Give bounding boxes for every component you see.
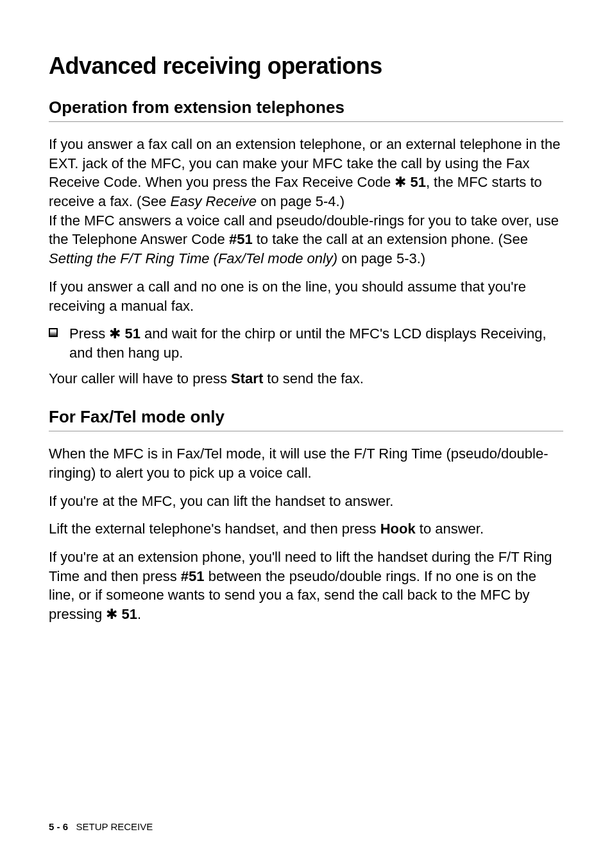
- para1-text-c: on page 5-4.): [257, 193, 344, 209]
- section1-para3: If you answer a call and no one is on th…: [49, 277, 563, 315]
- footer-label: SETUP RECEIVE: [76, 821, 153, 832]
- para4-bold: Start: [231, 370, 263, 386]
- section1-para2: If the MFC answers a voice call and pseu…: [49, 211, 563, 268]
- footer-page-number: 5 - 6: [49, 821, 68, 832]
- ref1: Easy Receive: [171, 193, 257, 209]
- section-heading-faxtel: For Fax/Tel mode only: [49, 407, 563, 431]
- para2-text-b: to take the call at an extension phone. …: [253, 231, 528, 247]
- para4-code2: 51: [121, 606, 137, 622]
- para3-bold: Hook: [380, 521, 416, 537]
- bullet-item: Press ✱ 51 and wait for the chirp or unt…: [49, 324, 563, 362]
- bullet-text: Press ✱ 51 and wait for the chirp or unt…: [69, 324, 563, 362]
- para2-text-c: on page 5-3.): [337, 250, 425, 266]
- section2-para1: When the MFC is in Fax/Tel mode, it will…: [49, 444, 563, 482]
- code2: #51: [229, 231, 253, 247]
- page-footer: 5 - 6 SETUP RECEIVE: [49, 821, 153, 832]
- para4-text-b: to send the fax.: [263, 370, 364, 386]
- para3-text-a: Lift the external telephone's handset, a…: [49, 521, 380, 537]
- main-heading: Advanced receiving operations: [49, 53, 563, 80]
- square-bullet-icon: [49, 328, 58, 337]
- section2-para4: If you're at an extension phone, you'll …: [49, 548, 563, 624]
- star-icon: ✱: [106, 606, 117, 622]
- star-icon: ✱: [109, 326, 121, 342]
- bullet-code: 51: [124, 326, 140, 342]
- para3-text-b: to answer.: [416, 521, 484, 537]
- code1: 51: [410, 174, 425, 190]
- para4-code1: #51: [181, 568, 205, 584]
- para4-text-a: Your caller will have to press: [49, 370, 231, 386]
- star-icon: ✱: [395, 174, 406, 190]
- section2-para3: Lift the external telephone's handset, a…: [49, 519, 563, 539]
- para4-text-c: .: [137, 606, 141, 622]
- bullet-text-a: Press: [69, 326, 109, 342]
- ref2: Setting the F/T Ring Time (Fax/Tel mode …: [49, 250, 337, 266]
- section1-para1: If you answer a fax call on an extension…: [49, 135, 563, 211]
- bullet-text-b: and wait for the chirp or until the MFC'…: [69, 326, 547, 361]
- section1-para4: Your caller will have to press Start to …: [49, 369, 563, 388]
- section-heading-operation: Operation from extension telephones: [49, 98, 563, 122]
- section2-para2: If you're at the MFC, you can lift the h…: [49, 492, 563, 511]
